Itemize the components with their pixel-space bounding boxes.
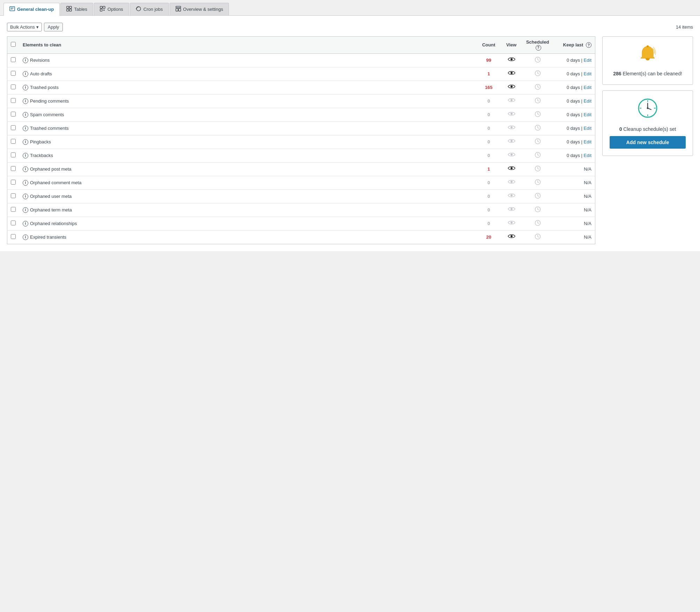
row-checkbox-11[interactable] [11,207,16,212]
edit-link-2[interactable]: Edit [584,85,591,90]
count-value-1: 1 [487,71,490,76]
edit-link-4[interactable]: Edit [584,112,591,117]
info-icon-12[interactable]: i [23,221,28,226]
info-icon-8[interactable]: i [23,166,28,172]
info-icon-4[interactable]: i [23,112,28,118]
view-icon-13[interactable] [508,233,515,240]
keep-last-6: 0 days | Edit [567,139,591,144]
content-area: Elements to clean Count View Scheduled ?… [7,36,693,244]
element-label-1: Auto drafts [30,71,52,76]
info-icon-9[interactable]: i [23,180,28,186]
info-icon-1[interactable]: i [23,71,28,77]
svg-point-16 [511,58,513,60]
scheduled-icon-1 [535,72,541,77]
keep-last-4: 0 days | Edit [567,112,591,117]
schedule-label: Cleanup schedule(s) set [623,126,676,132]
edit-link-3[interactable]: Edit [584,98,591,104]
element-label-9: Orphaned comment meta [30,180,81,185]
svg-rect-3 [67,6,69,8]
element-name-6: i Pingbacks [23,139,473,145]
count-value-6: 0 [487,139,490,144]
tab-cron-jobs-label: Cron jobs [143,7,163,12]
svg-point-44 [511,154,513,156]
row-checkbox-13[interactable] [11,234,16,239]
row-checkbox-12[interactable] [11,221,16,225]
info-icon-0[interactable]: i [23,58,28,63]
svg-rect-13 [176,6,181,8]
keep-last-7: 0 days | Edit [567,153,591,158]
info-icon-6[interactable]: i [23,139,28,145]
info-icon-11[interactable]: i [23,207,28,213]
edit-link-6[interactable]: Edit [584,139,591,144]
bulk-actions-dropdown[interactable]: Bulk Actions ▾ [7,23,42,31]
tab-tables[interactable]: Tables [60,3,93,15]
edit-link-7[interactable]: Edit [584,153,591,158]
view-icon-7 [508,152,515,159]
element-label-12: Orphaned relationships [30,221,77,226]
svg-line-63 [538,209,539,210]
keep-last-8: N/A [584,166,591,172]
svg-line-47 [538,155,539,156]
keep-last-2: 0 days | Edit [567,85,591,90]
scheduled-icon-0 [535,58,541,64]
table-row: i Orphaned user meta 0 N/A [7,189,595,203]
element-name-13: i Expired transients [23,234,473,240]
table-row: i Trashed comments 0 0 days | Edit [7,121,595,135]
edit-link-1[interactable]: Edit [584,71,591,76]
view-icon-1[interactable] [508,70,515,77]
table-row: i Orphaned post meta 1 N/A [7,162,595,176]
view-icon-8[interactable] [508,165,515,172]
view-icon-2[interactable] [508,84,515,91]
element-label-5: Trashed comments [30,126,69,131]
edit-link-5[interactable]: Edit [584,126,591,131]
select-all-checkbox[interactable] [11,42,16,47]
row-checkbox-5[interactable] [11,125,16,130]
info-icon-7[interactable]: i [23,153,28,158]
element-label-7: Trackbacks [30,153,53,158]
svg-line-55 [538,182,539,183]
row-checkbox-0[interactable] [11,57,16,62]
table-header-row: Elements to clean Count View Scheduled ?… [7,37,595,54]
tab-overview-settings[interactable]: Overview & settings [170,3,229,15]
svg-rect-9 [100,9,102,11]
info-icon-3[interactable]: i [23,98,28,104]
view-icon-0[interactable] [508,57,515,64]
row-checkbox-10[interactable] [11,193,16,198]
row-checkbox-2[interactable] [11,84,16,89]
svg-line-67 [538,223,539,224]
count-value-12: 0 [487,221,490,226]
tab-cron-jobs[interactable]: Cron jobs [130,3,169,15]
element-name-11: i Orphaned term meta [23,207,473,213]
apply-button[interactable]: Apply [44,23,63,31]
edit-link-0[interactable]: Edit [584,58,591,63]
row-checkbox-8[interactable] [11,166,16,171]
tab-general-cleanup[interactable]: General clean-up [3,3,60,16]
scheduled-icon-11 [535,208,541,214]
tab-options[interactable]: Options [94,3,129,15]
scheduled-icon-12 [535,221,541,227]
row-checkbox-4[interactable] [11,112,16,117]
row-checkbox-9[interactable] [11,180,16,185]
row-checkbox-3[interactable] [11,98,16,103]
svg-rect-4 [69,6,72,8]
overview-icon [176,6,181,13]
info-icon-13[interactable]: i [23,234,28,240]
info-icon-2[interactable]: i [23,85,28,90]
row-checkbox-7[interactable] [11,152,16,157]
table-row: i Pingbacks 0 0 days | Edit [7,135,595,149]
add-schedule-button[interactable]: Add new schedule [610,136,686,149]
scheduled-icon-10 [535,194,541,200]
svg-rect-8 [103,6,105,8]
keep-last-10: N/A [584,194,591,199]
keep-last-help-icon[interactable]: ? [586,42,591,48]
scheduled-help-icon[interactable]: ? [536,45,541,51]
elements-table: Elements to clean Count View Scheduled ?… [7,36,595,244]
table-row: i Auto drafts 1 0 days | Edit [7,67,595,81]
row-checkbox-1[interactable] [11,71,16,76]
info-icon-10[interactable]: i [23,194,28,199]
info-icon-5[interactable]: i [23,126,28,131]
header-count: Count [477,37,501,54]
options-icon [100,6,105,13]
svg-point-68 [511,235,513,237]
row-checkbox-6[interactable] [11,139,16,144]
